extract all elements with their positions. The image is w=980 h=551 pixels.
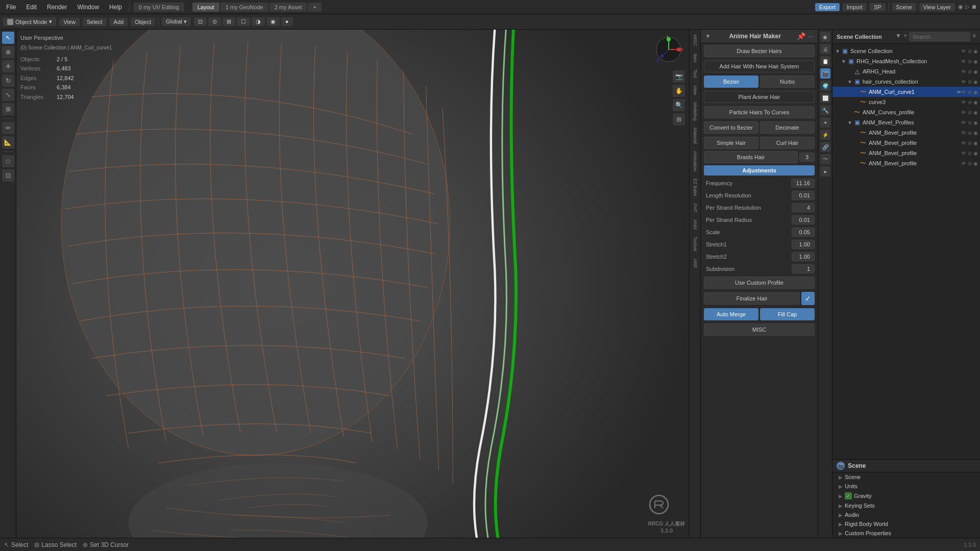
b1-render[interactable]: ◉ bbox=[973, 130, 978, 136]
scene-view-icon[interactable]: ≡ bbox=[972, 32, 976, 41]
menu-file[interactable]: File bbox=[3, 3, 19, 12]
stretch1-value[interactable]: 1.00 bbox=[792, 240, 815, 249]
hc-render[interactable]: ◉ bbox=[973, 79, 978, 85]
add-hair-new-btn[interactable]: Add Hair With New Hair System bbox=[704, 60, 815, 72]
bp-render[interactable]: ◉ bbox=[973, 120, 978, 126]
hc-select[interactable]: ⊘ bbox=[968, 79, 972, 85]
tab-toolset[interactable]: Toolset bbox=[692, 234, 699, 255]
scale-value[interactable]: 0.05 bbox=[792, 228, 815, 237]
filter-icon[interactable]: ▼ bbox=[895, 32, 901, 41]
scene-col-icon2[interactable]: + bbox=[903, 32, 907, 41]
tree-item-arhg[interactable]: ▶ △ ARHG_Head 👁 ⊘ ◉ bbox=[832, 66, 980, 77]
annotate-tool[interactable]: ✏ bbox=[2, 122, 14, 134]
length-resolution-value[interactable]: 0.01 bbox=[792, 191, 815, 200]
menu-window[interactable]: Window bbox=[74, 3, 102, 12]
tree-item-curl-curve1[interactable]: ▶ 〜 ANM_Curl_curve1 ✏ 👁 ⊘ ◉ bbox=[832, 87, 980, 97]
physics-icon[interactable]: ⚡ bbox=[820, 130, 830, 140]
b4-render[interactable]: ◉ bbox=[973, 161, 978, 166]
panel-pin-icon[interactable]: 📌 bbox=[797, 32, 805, 40]
curl-eye[interactable]: 👁 bbox=[961, 89, 966, 95]
rhg-render[interactable]: ◉ bbox=[973, 59, 978, 64]
b3-eye[interactable]: 👁 bbox=[961, 151, 966, 156]
tree-item-bevel3[interactable]: ▶ 〜 ANM_Bevel_profile 👁 ⊘ ◉ bbox=[832, 148, 980, 158]
scene-selector[interactable]: Scene bbox=[892, 3, 916, 11]
workspace-add[interactable]: + bbox=[308, 3, 321, 12]
subdivision-value[interactable]: 1 bbox=[792, 264, 815, 273]
tree-item-bevel2[interactable]: ▶ 〜 ANM_Bevel_profile 👁 ⊘ ◉ bbox=[832, 138, 980, 148]
select-tool[interactable]: ↖ bbox=[2, 32, 14, 44]
tree-item-bevel-profiles[interactable]: ▼ ▣ ANM_Bevel_Profiles 👁 ⊘ ◉ bbox=[832, 117, 980, 128]
scale-tool[interactable]: ⤡ bbox=[2, 89, 14, 101]
cursor-tool[interactable]: ⊕ bbox=[2, 46, 14, 58]
rigid-body-section[interactable]: ▶ Rigid Body World bbox=[832, 519, 980, 529]
add-cube-tool[interactable]: □ bbox=[2, 155, 14, 167]
render-restrict-icon[interactable]: ◉ bbox=[973, 48, 978, 54]
custom-props-section[interactable]: ▶ Custom Properties bbox=[832, 529, 980, 538]
xray-btn[interactable]: ☐ bbox=[237, 17, 250, 26]
b1-select[interactable]: ⊘ bbox=[968, 130, 972, 136]
nav-camera[interactable]: 📷 bbox=[673, 70, 685, 83]
menu-help[interactable]: Help bbox=[106, 3, 125, 12]
plant-hair-btn[interactable]: Plant Anime Hair bbox=[704, 91, 815, 103]
sp-btn[interactable]: SP bbox=[870, 3, 886, 11]
tab-material[interactable]: Material bbox=[692, 124, 699, 147]
draw-bezier-btn[interactable]: Draw Bezier Hairs bbox=[704, 45, 815, 57]
measure-tool[interactable]: 📐 bbox=[2, 136, 14, 148]
b4-eye[interactable]: 👁 bbox=[961, 161, 966, 166]
c3-render[interactable]: ◉ bbox=[973, 99, 978, 105]
select-btn[interactable]: Select bbox=[83, 18, 107, 26]
b2-select[interactable]: ⊘ bbox=[968, 140, 972, 146]
panel-menu-icon[interactable]: ··· bbox=[807, 32, 814, 40]
overlay-btn[interactable]: ⊞ bbox=[223, 17, 235, 26]
c3-eye[interactable]: 👁 bbox=[961, 99, 966, 105]
transform-tool[interactable]: ⊞ bbox=[2, 103, 14, 115]
panel-collapse-icon[interactable]: ▼ bbox=[705, 33, 711, 40]
scene-section[interactable]: ▶ Scene bbox=[832, 472, 980, 482]
gravity-section[interactable]: ▶ ✓ Gravity bbox=[832, 491, 980, 501]
pause-icon[interactable]: ⏹ bbox=[971, 4, 977, 10]
tree-item-bevel1[interactable]: ▶ 〜 ANM_Bevel_profile 👁 ⊘ ◉ bbox=[832, 128, 980, 138]
render-icon[interactable]: ◉ bbox=[958, 4, 963, 10]
b2-render[interactable]: ◉ bbox=[973, 140, 978, 146]
keying-sets-section[interactable]: ▶ Keying Sets bbox=[832, 501, 980, 510]
tree-item-anm-curves[interactable]: ▶ 〜 ANM_Curves_profile 👁 ⊘ ◉ bbox=[832, 107, 980, 117]
arhg-render[interactable]: ◉ bbox=[973, 69, 978, 74]
eye-icon[interactable]: 👁 bbox=[961, 48, 966, 54]
b1-eye[interactable]: 👁 bbox=[961, 130, 966, 136]
view-layer-icon[interactable]: 📋 bbox=[820, 56, 830, 66]
units-section[interactable]: ▶ Units bbox=[832, 482, 980, 491]
import-btn[interactable]: Import bbox=[843, 3, 867, 11]
nav-hand[interactable]: ✋ bbox=[673, 85, 685, 97]
scene-props-icon active[interactable]: 🎬 bbox=[820, 68, 830, 79]
material-preview[interactable]: ● bbox=[281, 17, 293, 26]
menu-edit[interactable]: Edit bbox=[23, 3, 40, 12]
move-tool[interactable]: ✛ bbox=[2, 60, 14, 72]
tree-item-bevel4[interactable]: ▶ 〜 ANM_Bevel_profile 👁 ⊘ ◉ bbox=[832, 158, 980, 168]
render-props-icon[interactable]: ◉ bbox=[820, 32, 830, 42]
curl-select[interactable]: ⊘ bbox=[968, 89, 972, 95]
nav-grid[interactable]: ⊞ bbox=[673, 113, 685, 126]
bezier-btn[interactable]: Bezier bbox=[704, 76, 758, 88]
use-custom-profile-btn[interactable]: Use Custom Profile bbox=[704, 277, 815, 289]
tab-anm[interactable]: ANM bbox=[692, 216, 699, 233]
per-strand-res-value[interactable]: 4 bbox=[792, 203, 815, 212]
viewport-gizmo[interactable]: X Y Z bbox=[655, 36, 683, 64]
ac-render[interactable]: ◉ bbox=[973, 110, 978, 115]
pivot-selector[interactable]: Global ▾ bbox=[162, 17, 191, 26]
bp-select[interactable]: ⊘ bbox=[968, 120, 972, 126]
rhg-select[interactable]: ⊘ bbox=[968, 59, 972, 64]
select-restrict-icon[interactable]: ⊘ bbox=[968, 48, 972, 54]
add-btn[interactable]: Add bbox=[110, 18, 128, 26]
menu-render[interactable]: Render bbox=[44, 3, 70, 12]
curl-hair-btn[interactable]: Curl Hair bbox=[760, 137, 815, 149]
view-layer-btn[interactable]: View Layer bbox=[919, 3, 955, 11]
export-btn[interactable]: Export bbox=[815, 3, 840, 11]
audio-section[interactable]: ▶ Audio bbox=[832, 510, 980, 519]
scene-collection-root[interactable]: ▼ ▣ Scene Collection 👁 ⊘ ◉ bbox=[832, 46, 980, 56]
arhg-eye[interactable]: 👁 bbox=[961, 69, 966, 74]
viewport-3d[interactable]: User Perspective (0) Scene Collection | … bbox=[16, 30, 689, 538]
c3-select[interactable]: ⊘ bbox=[968, 99, 972, 105]
tree-item-rhg[interactable]: ▼ ▣ RHG_HeadMesh_Collection 👁 ⊘ ◉ bbox=[832, 56, 980, 66]
object-props-icon[interactable]: ⬜ bbox=[820, 93, 830, 103]
render-icon2[interactable]: ▷ bbox=[965, 4, 969, 10]
